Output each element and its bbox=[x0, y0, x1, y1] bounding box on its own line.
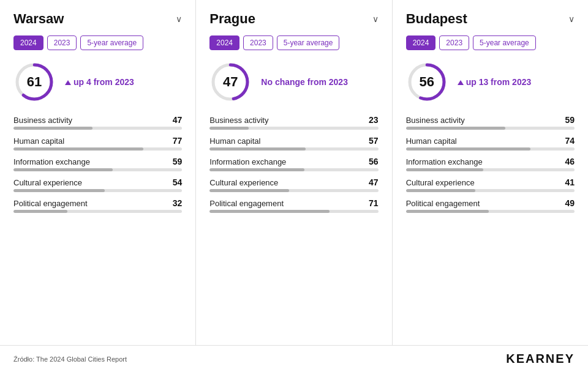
metric-item: Cultural experience 54 bbox=[13, 177, 182, 192]
metric-value: 59 bbox=[173, 157, 183, 166]
triangle-up-icon bbox=[458, 80, 464, 85]
metric-bar-track bbox=[13, 127, 182, 130]
metric-bar-track bbox=[209, 127, 378, 130]
metric-bar-fill bbox=[209, 210, 329, 213]
metric-item: Information exchange 59 bbox=[13, 157, 182, 171]
score-row: 47 No change from 2023 bbox=[209, 61, 378, 103]
score-row: 61 up 4 from 2023 bbox=[13, 61, 182, 103]
tab-2023[interactable]: 2023 bbox=[47, 35, 77, 50]
tab-2024[interactable]: 2024 bbox=[406, 35, 436, 50]
metric-bar-track bbox=[406, 127, 575, 130]
change-label: up 13 from 2023 bbox=[458, 77, 532, 87]
footer: Źródło: The 2024 Global Cities Report KE… bbox=[0, 346, 588, 372]
metric-bar-track bbox=[13, 147, 182, 151]
change-label: up 4 from 2023 bbox=[65, 77, 134, 87]
city-title: Warsaw bbox=[13, 11, 64, 27]
metric-label: Cultural experience bbox=[13, 178, 82, 187]
metric-label: Human capital bbox=[406, 136, 457, 146]
metric-bar-track bbox=[406, 189, 575, 192]
metric-item: Business activity 47 bbox=[13, 115, 182, 130]
metric-value: 59 bbox=[565, 115, 575, 125]
metric-bar-fill bbox=[13, 210, 67, 213]
metric-value: 46 bbox=[565, 157, 575, 166]
metrics-list: Business activity 23 Human capital 57 In… bbox=[209, 115, 378, 219]
metric-bar-track bbox=[209, 210, 378, 213]
metric-item: Political engagement 49 bbox=[406, 198, 575, 213]
metric-label: Cultural experience bbox=[406, 178, 475, 187]
metric-bar-track bbox=[406, 168, 575, 171]
metric-bar-track bbox=[13, 168, 182, 171]
metric-bar-fill bbox=[13, 147, 143, 151]
metric-bar-track bbox=[209, 168, 378, 171]
metric-item: Business activity 23 bbox=[209, 115, 378, 130]
metric-bar-fill bbox=[209, 147, 306, 151]
metric-value: 47 bbox=[173, 115, 183, 125]
donut-score: 47 bbox=[223, 74, 238, 90]
metric-label: Business activity bbox=[209, 116, 268, 125]
chevron-down-icon[interactable]: ∨ bbox=[568, 14, 575, 24]
metric-bar-fill bbox=[13, 189, 105, 192]
metric-item: Business activity 59 bbox=[406, 115, 575, 130]
metric-item: Human capital 57 bbox=[209, 136, 378, 151]
metric-bar-fill bbox=[13, 127, 92, 130]
tab-2024[interactable]: 2024 bbox=[209, 35, 239, 50]
metric-item: Human capital 77 bbox=[13, 136, 182, 151]
metric-label: Information exchange bbox=[13, 157, 90, 166]
metric-item: Human capital 74 bbox=[406, 136, 575, 151]
metric-label: Human capital bbox=[13, 136, 64, 146]
metric-bar-fill bbox=[406, 210, 489, 213]
triangle-up-icon bbox=[65, 80, 71, 85]
metric-bar-track bbox=[13, 189, 182, 192]
metric-bar-fill bbox=[406, 168, 484, 171]
tab-2023[interactable]: 2023 bbox=[439, 35, 469, 50]
metric-label: Political engagement bbox=[209, 199, 284, 208]
donut-chart: 47 bbox=[209, 61, 251, 103]
city-header-0: Warsaw ∨ bbox=[13, 11, 182, 27]
metric-label: Business activity bbox=[406, 116, 465, 125]
kearney-logo: KEARNEY bbox=[506, 352, 575, 366]
city-title: Budapest bbox=[406, 11, 467, 27]
metric-bar-track bbox=[406, 210, 575, 213]
city-header-2: Budapest ∨ bbox=[406, 11, 575, 27]
metric-label: Political engagement bbox=[406, 199, 480, 208]
city-panel-budapest: Budapest ∨ 202420235-year average 56 up … bbox=[393, 0, 588, 345]
tab-5-year-average[interactable]: 5-year average bbox=[473, 35, 536, 50]
score-row: 56 up 13 from 2023 bbox=[406, 61, 575, 103]
chevron-down-icon[interactable]: ∨ bbox=[176, 14, 182, 24]
metric-bar-track bbox=[209, 189, 378, 192]
metric-item: Cultural experience 41 bbox=[406, 177, 575, 192]
metric-value: 23 bbox=[369, 115, 379, 125]
metrics-list: Business activity 47 Human capital 77 In… bbox=[13, 115, 182, 219]
city-title: Prague bbox=[209, 11, 255, 27]
metric-bar-fill bbox=[209, 168, 304, 171]
metric-item: Information exchange 46 bbox=[406, 157, 575, 171]
metric-label: Business activity bbox=[13, 116, 72, 125]
metric-bar-fill bbox=[406, 189, 475, 192]
chevron-down-icon[interactable]: ∨ bbox=[372, 14, 379, 24]
metric-value: 71 bbox=[369, 198, 379, 208]
tabs-row: 202420235-year average bbox=[13, 35, 182, 50]
metric-item: Information exchange 56 bbox=[209, 157, 378, 171]
donut-score: 61 bbox=[27, 74, 42, 90]
source-text: Źródło: The 2024 Global Cities Report bbox=[13, 355, 127, 363]
metric-label: Information exchange bbox=[406, 157, 483, 166]
metric-item: Political engagement 32 bbox=[13, 198, 182, 213]
metric-label: Human capital bbox=[209, 136, 260, 146]
metric-label: Cultural experience bbox=[209, 178, 278, 187]
metric-value: 57 bbox=[369, 136, 379, 146]
metric-bar-fill bbox=[13, 168, 113, 171]
metric-value: 49 bbox=[565, 198, 575, 208]
metric-bar-track bbox=[13, 210, 182, 213]
metric-item: Cultural experience 47 bbox=[209, 177, 378, 192]
tab-5-year-average[interactable]: 5-year average bbox=[80, 35, 143, 50]
tab-2023[interactable]: 2023 bbox=[243, 35, 273, 50]
metric-value: 56 bbox=[369, 157, 379, 166]
change-label: No change from 2023 bbox=[261, 77, 348, 87]
tabs-row: 202420235-year average bbox=[406, 35, 575, 50]
tab-5-year-average[interactable]: 5-year average bbox=[277, 35, 340, 50]
metrics-list: Business activity 59 Human capital 74 In… bbox=[406, 115, 575, 219]
tab-2024[interactable]: 2024 bbox=[13, 35, 43, 50]
metric-item: Political engagement 71 bbox=[209, 198, 378, 213]
metric-value: 47 bbox=[369, 177, 379, 187]
metric-value: 32 bbox=[173, 198, 183, 208]
